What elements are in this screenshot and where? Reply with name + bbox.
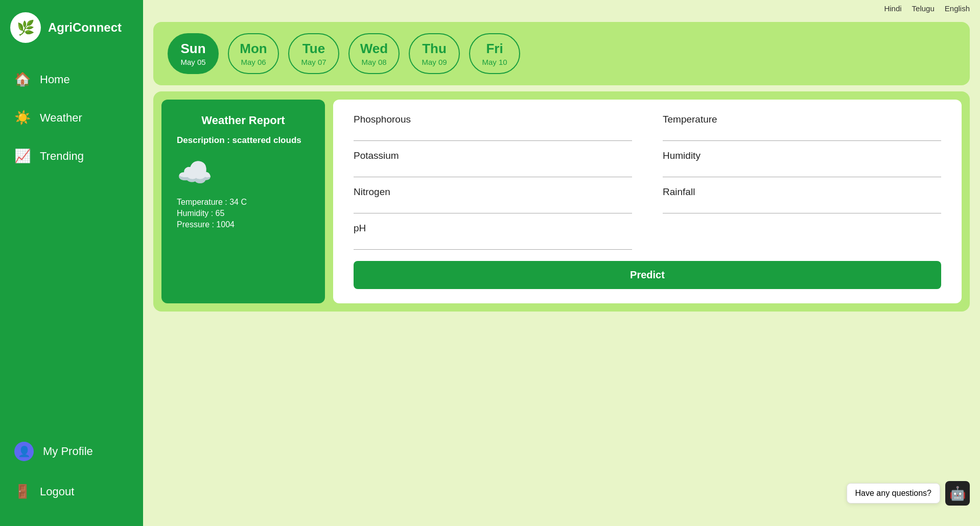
day-fri[interactable]: Fri May 10 [469,33,520,74]
days-card: Sun May 05 Mon May 06 Tue May 07 Wed May… [153,22,970,85]
humidity-input[interactable] [663,163,941,177]
day-sun-date: May 05 [180,58,205,66]
predict-button[interactable]: Predict [354,261,941,289]
sidebar-bottom: 👤 My Profile 🚪 Logout [0,420,143,526]
weather-stats: Temperature : 34 C Humidity : 65 Pressur… [177,198,310,229]
home-icon: 🏠 [14,71,31,87]
humidity-label: Humidity [663,150,941,161]
weather-temperature: Temperature : 34 C [177,198,310,207]
weather-icon: ☀️ [14,110,31,126]
sidebar-nav: 🏠 Home ☀️ Weather 📈 Trending [0,55,143,420]
weather-section: Weather Report Description : scattered c… [153,91,970,312]
day-mon-date: May 06 [241,58,266,66]
sidebar-logo: 🌿 AgriConnect [0,0,143,55]
content-area: Sun May 05 Mon May 06 Tue May 07 Wed May… [143,17,980,526]
temperature-field: Temperature [663,114,941,141]
nitrogen-input[interactable] [354,200,632,213]
day-tue[interactable]: Tue May 07 [288,33,339,74]
temperature-input[interactable] [663,127,941,141]
main-content: Hindi Telugu English Sun May 05 Mon May … [143,0,980,526]
sidebar-item-weather[interactable]: ☀️ Weather [0,99,143,137]
sidebar-item-logout[interactable]: 🚪 Logout [0,472,143,511]
predict-card: Phosphorous Temperature Potassium Humidi… [333,100,962,303]
day-fri-date: May 10 [482,58,507,66]
chatbot-button[interactable]: 🤖 [945,481,970,506]
day-sun-name: Sun [180,41,205,57]
day-mon-name: Mon [240,41,267,57]
chatbot-widget: Have any questions? 🤖 [847,481,970,506]
chatbot-icon: 🤖 [949,486,966,501]
ph-label: pH [354,223,632,234]
day-mon[interactable]: Mon May 06 [228,33,279,74]
weather-description: Description : scattered clouds [177,135,310,146]
predict-fields: Phosphorous Temperature Potassium Humidi… [354,114,941,250]
potassium-field: Potassium [354,150,632,177]
phosphorous-field: Phosphorous [354,114,632,141]
rainfall-label: Rainfall [663,186,941,198]
logo-icon: 🌿 [10,12,41,43]
weather-report-title: Weather Report [177,114,310,127]
potassium-input[interactable] [354,163,632,177]
rainfall-field: Rainfall [663,186,941,213]
sidebar-item-weather-label: Weather [40,111,82,125]
lang-english[interactable]: English [945,4,970,13]
trending-icon: 📈 [14,148,31,164]
ph-field: pH [354,223,632,250]
sidebar: 🌿 AgriConnect 🏠 Home ☀️ Weather 📈 Trendi… [0,0,143,526]
lang-telugu[interactable]: Telugu [912,4,935,13]
logout-icon: 🚪 [14,484,31,499]
potassium-label: Potassium [354,150,632,161]
nitrogen-label: Nitrogen [354,186,632,198]
lang-hindi[interactable]: Hindi [884,4,901,13]
humidity-field: Humidity [663,150,941,177]
temperature-label: Temperature [663,114,941,125]
day-sun[interactable]: Sun May 05 [168,33,219,74]
day-wed-date: May 08 [361,58,386,66]
day-tue-name: Tue [302,41,325,57]
nitrogen-field: Nitrogen [354,186,632,213]
day-tue-date: May 07 [301,58,326,66]
chatbot-bubble: Have any questions? [847,483,940,504]
cloud-icon: ☁️ [177,156,310,189]
phosphorous-label: Phosphorous [354,114,632,125]
sidebar-item-trending-label: Trending [40,150,84,163]
weather-humidity: Humidity : 65 [177,209,310,218]
phosphorous-input[interactable] [354,127,632,141]
ph-input[interactable] [354,236,632,250]
my-profile-label: My Profile [43,445,93,458]
weather-pressure: Pressure : 1004 [177,220,310,229]
weather-report-card: Weather Report Description : scattered c… [161,100,325,303]
sidebar-item-home-label: Home [40,73,70,86]
day-wed[interactable]: Wed May 08 [348,33,400,74]
day-thu-date: May 09 [422,58,447,66]
day-fri-name: Fri [486,41,503,57]
day-thu-name: Thu [422,41,447,57]
sidebar-item-home[interactable]: 🏠 Home [0,60,143,99]
language-bar: Hindi Telugu English [143,0,980,17]
profile-icon: 👤 [14,442,34,461]
day-wed-name: Wed [360,41,388,57]
app-name: AgriConnect [48,20,122,35]
sidebar-item-trending[interactable]: 📈 Trending [0,137,143,175]
day-thu[interactable]: Thu May 09 [409,33,460,74]
logout-label: Logout [40,485,74,498]
sidebar-item-my-profile[interactable]: 👤 My Profile [0,431,143,472]
rainfall-input[interactable] [663,200,941,213]
